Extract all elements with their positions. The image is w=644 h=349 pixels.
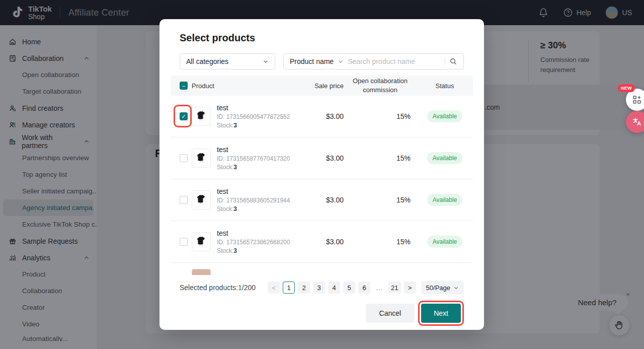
page-button-4[interactable]: 4 (328, 282, 340, 294)
product-id: ID: 1731565723862668200 (217, 239, 290, 246)
product-name: test (217, 187, 290, 195)
next-button[interactable]: Next (421, 304, 461, 323)
row-checkbox[interactable] (180, 196, 188, 204)
modal-title: Select products (180, 32, 464, 44)
search-input[interactable] (348, 57, 441, 65)
column-commission: Open collaboration commission (351, 77, 410, 94)
product-image (192, 107, 211, 126)
new-badge: NEW (618, 84, 635, 92)
page-button-21[interactable]: 21 (388, 282, 400, 294)
product-stock: Stock:3 (217, 122, 290, 129)
app-root: TikTok Shop Affiliate Center Help US (0, 0, 644, 349)
row-checkbox[interactable]: ✓ (180, 112, 188, 120)
chevron-down-icon (263, 58, 269, 64)
table-row: ✓ test ID: 1731566005477872552 Stock:3 $… (171, 96, 473, 137)
product-name: test (217, 146, 290, 154)
table-row (171, 263, 473, 273)
prev-page-button[interactable]: < (268, 282, 280, 294)
commission-value: 15% (344, 112, 417, 120)
product-id: ID: 1731565883605291944 (217, 197, 290, 204)
page-button-1[interactable]: 1 (283, 282, 295, 294)
product-image (192, 190, 211, 210)
row-checkbox[interactable] (180, 238, 188, 246)
product-image (192, 149, 211, 168)
annotation-box: Next (418, 301, 464, 326)
page-button-3[interactable]: 3 (313, 282, 325, 294)
table-row: test ID: 1731565883605291944 Stock:3 $3.… (171, 179, 473, 221)
category-select[interactable]: All categories (180, 53, 275, 69)
status-badge: Available (427, 194, 462, 206)
search-icon[interactable] (449, 57, 457, 65)
page-size-select[interactable]: 50/Page (421, 281, 464, 294)
search-type-select[interactable]: Product name (290, 57, 334, 65)
row-checkbox[interactable] (180, 154, 188, 162)
pagination-row: Selected products:1/200 < 1 2 3 4 5 6 ..… (180, 281, 464, 294)
product-name: test (217, 104, 290, 112)
commission-value: 15% (344, 238, 417, 246)
table-row: test ID: 1731565723862668200 Stock:3 $3.… (171, 221, 473, 263)
products-table: – Product Sale price Open collaboration … (171, 76, 473, 275)
product-id: ID: 1731566005477872552 (217, 113, 290, 120)
commission-value: 15% (344, 154, 417, 162)
grid-plus-icon (632, 95, 642, 105)
select-products-modal: Select products All categories Product n… (159, 19, 484, 330)
product-name: test (217, 229, 290, 237)
category-select-value: All categories (186, 57, 228, 65)
status-badge: Available (427, 236, 462, 248)
page-button-2[interactable]: 2 (298, 282, 310, 294)
sale-price: $3.00 (296, 196, 344, 204)
column-status: Status (417, 82, 473, 90)
column-product: Product (189, 82, 296, 90)
modal-actions: Cancel Next (180, 301, 464, 326)
page-button-6[interactable]: 6 (358, 282, 370, 294)
chevron-down-icon (453, 285, 459, 291)
chevron-down-icon[interactable] (338, 58, 344, 64)
sale-price: $3.00 (296, 154, 344, 162)
product-image (192, 232, 211, 251)
sale-price: $3.00 (296, 238, 344, 246)
sale-price: $3.00 (296, 112, 344, 120)
pagination: < 1 2 3 4 5 6 ... 21 > 50/Page (265, 281, 464, 294)
cancel-button[interactable]: Cancel (366, 304, 415, 323)
status-badge: Available (427, 110, 462, 122)
table-header: – Product Sale price Open collaboration … (171, 76, 473, 96)
table-row: test ID: 1731565877670417320 Stock:3 $3.… (171, 137, 473, 179)
product-stock: Stock:3 (217, 205, 290, 213)
product-image (192, 269, 211, 275)
selected-products-counter: Selected products:1/200 (180, 284, 256, 292)
page-button-5[interactable]: 5 (343, 282, 355, 294)
translate-icon (631, 116, 642, 127)
next-page-button[interactable]: > (404, 282, 416, 294)
status-badge: Available (427, 152, 462, 164)
pagination-ellipsis[interactable]: ... (373, 282, 385, 294)
commission-value: 15% (344, 196, 417, 204)
table-body: ✓ test ID: 1731566005477872552 Stock:3 $… (171, 96, 473, 275)
select-all-checkbox[interactable]: – (180, 82, 188, 90)
translate-button[interactable] (626, 111, 644, 133)
product-stock: Stock:3 (217, 164, 290, 171)
app-gallery-button[interactable]: NEW (626, 89, 644, 111)
product-search-box: Product name (283, 53, 464, 69)
filters-row: All categories Product name (180, 53, 464, 69)
product-stock: Stock:3 (217, 247, 290, 254)
product-id: ID: 1731565877670417320 (217, 155, 290, 162)
column-sale-price: Sale price (296, 82, 344, 90)
input-divider (445, 58, 445, 65)
